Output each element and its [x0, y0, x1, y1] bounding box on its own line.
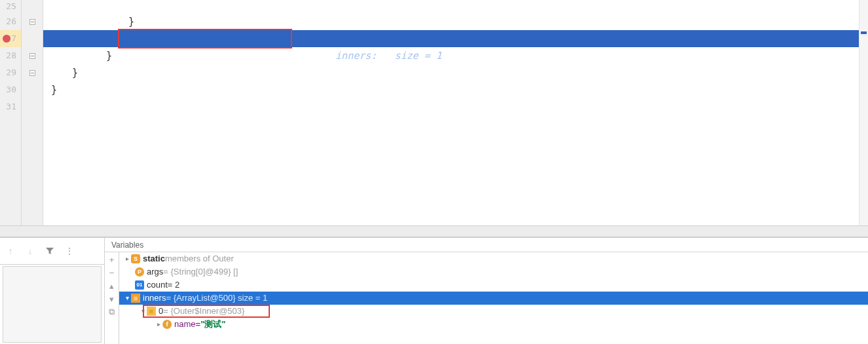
expand-icon[interactable]: ▾: [123, 292, 131, 305]
line-number-breakpoint[interactable]: 27: [0, 30, 21, 47]
line-number[interactable]: 26: [0, 13, 21, 30]
arrow-up-icon[interactable]: ↑: [5, 246, 16, 256]
variable-row-args[interactable]: P args = {String[0]@499} []: [119, 265, 868, 278]
code-line[interactable]: Thread.sleep( millis: 10);: [43, 0, 868, 13]
frame-selector[interactable]: [3, 266, 102, 343]
move-up-icon[interactable]: ▴: [107, 280, 117, 291]
more-icon[interactable]: ⋮: [64, 246, 75, 256]
move-down-icon[interactable]: ▾: [107, 294, 117, 304]
element-badge-icon: [147, 307, 156, 316]
fold-toggle-icon[interactable]: [29, 19, 35, 25]
field-badge-icon: f: [162, 320, 172, 329]
line-number[interactable]: 25: [0, 0, 21, 13]
line-number-gutter[interactable]: 25 26 27 28 29 30 31: [0, 0, 22, 225]
fold-toggle-icon[interactable]: [29, 70, 35, 76]
expand-icon[interactable]: ▸: [123, 252, 131, 265]
list-badge-icon: [131, 294, 140, 303]
line-number[interactable]: 28: [0, 47, 21, 64]
code-line[interactable]: }: [43, 64, 868, 81]
expand-icon[interactable]: ▾: [139, 305, 147, 318]
frames-panel: ↑ ↓ ⋮: [0, 238, 105, 344]
static-badge-icon: S: [131, 254, 140, 263]
fold-toggle-icon[interactable]: [29, 53, 35, 59]
line-number[interactable]: 31: [0, 98, 21, 115]
primitive-badge-icon: 01: [135, 280, 144, 290]
line-number[interactable]: 29: [0, 64, 21, 81]
code-line[interactable]: }: [43, 81, 868, 98]
filter-icon[interactable]: [45, 246, 55, 256]
code-line[interactable]: }: [43, 13, 868, 30]
line-number[interactable]: 30: [0, 81, 21, 98]
copy-icon[interactable]: ⧉: [107, 307, 117, 317]
scrollbar-execution-marker: [861, 31, 867, 34]
code-line-current[interactable]: inners.add(new Inner()); inners: size = …: [43, 30, 868, 47]
variables-tree[interactable]: ▸ S static members of Outer P args = {St…: [119, 252, 868, 344]
variable-row-inners[interactable]: ▾ inners = {ArrayList@500} size = 1: [119, 292, 868, 305]
fold-gutter: [22, 0, 43, 225]
editor-scrollbar[interactable]: [859, 0, 868, 225]
variables-panel: Variables + − ▴ ▾ ⧉ ▸ S static members o…: [105, 238, 868, 344]
add-watch-icon[interactable]: +: [107, 254, 117, 265]
code-editor[interactable]: 25 26 27 28 29 30 31 Thread.sleep( milli…: [0, 0, 868, 225]
variables-title: Variables: [105, 238, 868, 252]
code-line[interactable]: [43, 98, 868, 115]
highlight-box: [118, 29, 292, 48]
code-area[interactable]: Thread.sleep( millis: 10); } inners.add(…: [43, 0, 868, 225]
expand-icon[interactable]: ▸: [155, 318, 162, 331]
remove-watch-icon[interactable]: −: [107, 267, 117, 278]
variable-row-static[interactable]: ▸ S static members of Outer: [119, 252, 868, 265]
panel-divider[interactable]: [0, 225, 868, 237]
arrow-down-icon[interactable]: ↓: [25, 246, 35, 256]
debug-panel: ↑ ↓ ⋮ Variables + − ▴ ▾ ⧉: [0, 237, 868, 344]
variable-row-name[interactable]: ▸ f name = "测试": [119, 318, 868, 331]
param-badge-icon: P: [135, 267, 144, 277]
variable-row-element-0[interactable]: ▾ 0 = {Outer$Inner@503}: [119, 305, 868, 318]
variables-toolbar: + − ▴ ▾ ⧉: [105, 252, 119, 344]
variable-row-count[interactable]: 01 count = 2: [119, 278, 868, 292]
